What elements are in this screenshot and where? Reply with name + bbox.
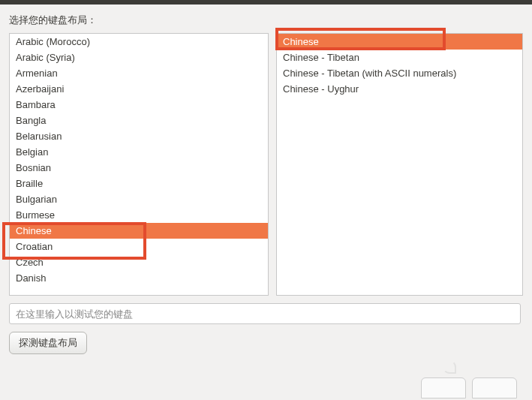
language-list-item[interactable]: Bangla bbox=[10, 113, 268, 128]
decorative-scribble bbox=[443, 360, 456, 377]
variant-list-item[interactable]: Chinese - Uyghur bbox=[277, 81, 522, 97]
variant-list-item[interactable]: Chinese bbox=[277, 34, 522, 50]
keyboard-test-input[interactable] bbox=[9, 303, 521, 324]
language-list-item[interactable]: Chinese bbox=[10, 223, 268, 239]
language-list-item[interactable]: Azerbaijani bbox=[10, 81, 268, 97]
language-list-item[interactable]: Arabic (Syria) bbox=[10, 50, 268, 65]
variant-list[interactable]: ChineseChinese - TibetanChinese - Tibeta… bbox=[276, 33, 523, 296]
language-list-item[interactable]: Bulgarian bbox=[10, 191, 268, 207]
page-title: 选择您的键盘布局： bbox=[9, 14, 523, 27]
detect-layout-button[interactable]: 探测键盘布局 bbox=[9, 332, 87, 354]
language-list-item[interactable]: Belarusian bbox=[10, 128, 268, 144]
language-list-item[interactable]: Belgian bbox=[10, 144, 268, 160]
decorative-bottom-boxes bbox=[421, 377, 517, 398]
language-list-item[interactable]: Bosnian bbox=[10, 160, 268, 176]
language-list-item[interactable]: Burmese bbox=[10, 207, 268, 223]
language-list-item[interactable]: Arabic (Morocco) bbox=[10, 34, 268, 50]
columns: Arabic (Morocco)Arabic (Syria)ArmenianAz… bbox=[9, 33, 523, 296]
language-list-item[interactable]: Armenian bbox=[10, 65, 268, 81]
variant-list-item[interactable]: Chinese - Tibetan bbox=[277, 50, 522, 65]
language-list-item[interactable]: Bambara bbox=[10, 97, 268, 113]
variant-list-item[interactable]: Chinese - Tibetan (with ASCII numerals) bbox=[277, 65, 522, 81]
language-list-item[interactable]: Danish bbox=[10, 270, 268, 286]
language-list[interactable]: Arabic (Morocco)Arabic (Syria)ArmenianAz… bbox=[9, 33, 269, 296]
main-container: 选择您的键盘布局： Arabic (Morocco)Arabic (Syria)… bbox=[0, 5, 532, 363]
language-list-item[interactable]: Czech bbox=[10, 254, 268, 270]
language-list-item[interactable]: Braille bbox=[10, 176, 268, 191]
language-list-item[interactable]: Croatian bbox=[10, 239, 268, 254]
